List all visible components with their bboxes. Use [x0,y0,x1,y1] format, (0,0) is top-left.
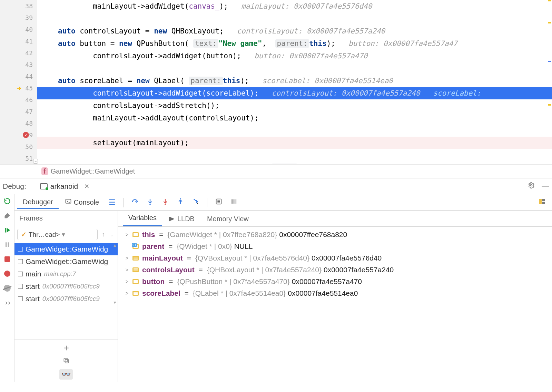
svg-rect-3 [8,242,9,247]
memory-view-tab[interactable]: Memory View [201,212,254,226]
frame-icon [18,296,23,301]
svg-rect-9 [231,199,234,204]
frames-heading: Frames [14,211,118,226]
view-breakpoints-button[interactable] [3,270,11,278]
frame-icon [18,284,23,289]
more-button[interactable]: ›› [3,298,11,307]
svg-rect-13 [542,202,545,204]
chevron-down-icon: ▾ [62,231,65,238]
evaluate-expression-button[interactable] [211,198,226,207]
copy-frame-button[interactable] [63,357,70,366]
rerun-button[interactable] [3,197,11,205]
breakpoint-icon[interactable] [23,132,29,138]
svg-rect-2 [6,242,7,247]
debugger-tab[interactable]: Debugger [17,196,59,209]
resume-button[interactable] [3,226,11,234]
svg-rect-10 [234,199,236,204]
step-over-button[interactable] [128,198,142,207]
stack-frame-item[interactable]: GameWidget::GameWidg [14,243,118,255]
stack-frame-item[interactable]: start 0x00007fff6b05fcc9 [14,280,118,293]
step-into-button[interactable] [143,198,157,207]
variable-row[interactable]: parent = {QWidget * | 0x0} NULL [122,241,548,252]
variables-tree[interactable]: >this = {GameWidget * | 0x7ffee768a820} … [118,227,552,301]
svg-rect-5 [149,204,151,205]
application-icon [40,183,48,189]
breadcrumb-bar[interactable]: f GameWidget::GameWidget [0,164,552,178]
frames-pane: Frames ✓ Thr…ead> ▾ ↑ ↓ ▲▼ GameWidget::G… [14,211,118,382]
svg-rect-6 [165,204,166,205]
variable-row[interactable]: >scoreLabel = {QLabel * | 0x7fa4e5514ea0… [122,287,548,299]
minimize-icon[interactable]: — [542,182,549,191]
pause-button[interactable] [3,241,11,249]
run-to-cursor-button[interactable] [188,198,203,207]
variable-icon [132,256,139,261]
variable-icon [132,279,139,284]
console-tab[interactable]: Console [59,196,105,209]
debug-tabs-row: Debugger Console ☰ [14,194,552,211]
modify-run-config-button[interactable] [3,212,11,220]
debug-toolwindow-header: Debug: arkanoid ✕ — [0,178,552,194]
trace-button[interactable] [227,198,241,207]
svg-rect-14 [65,360,68,363]
debug-config-name: arkanoid [50,182,78,190]
variables-pane: Variables LLDB Memory View >this = {Game… [118,211,552,382]
variable-icon [132,291,139,296]
variable-icon [132,267,139,272]
svg-rect-1 [5,228,6,232]
variables-tab[interactable]: Variables [123,210,162,226]
layout-settings-button[interactable] [535,198,549,207]
frames-scrollbar[interactable]: ▲▼ [112,243,118,305]
debug-label: Debug: [3,182,26,190]
frame-icon [18,259,23,264]
breadcrumb-kind-badge: f [41,167,48,175]
svg-rect-12 [542,199,545,201]
close-icon[interactable]: ✕ [84,183,89,190]
step-out-button[interactable] [173,198,188,207]
execution-point-icon: ➜ [17,84,21,92]
stack-frame-item[interactable]: GameWidget::GameWidg [14,255,118,268]
debug-side-toolbar: ›› [0,194,14,382]
variable-icon [132,232,139,237]
threads-icon[interactable]: ☰ [105,198,119,207]
watches-view-button[interactable]: 👓 [59,369,73,380]
thread-selector[interactable]: ✓ Thr…ead> ▾ [17,229,98,240]
mute-breakpoints-button[interactable] [3,284,11,292]
svg-rect-11 [539,199,542,204]
stack-frame-item[interactable]: main main.cpp:7 [14,268,118,280]
editor-marker-strip[interactable] [547,0,552,164]
prev-frame-button[interactable]: ↑ [100,231,106,238]
frame-icon [18,272,23,276]
lldb-tab[interactable]: LLDB [164,212,200,226]
stop-button[interactable] [3,255,11,263]
variable-row[interactable]: >mainLayout = {QVBoxLayout * | 0x7fa4e55… [122,252,548,264]
stack-frame-item[interactable]: start 0x00007fff6b05fcc9 [14,293,118,305]
play-icon [169,217,175,222]
svg-rect-4 [66,199,71,203]
editor-code-area[interactable]: mainLayout->addWidget(canvas_); mainLayo… [37,0,552,164]
variable-row[interactable]: >button = {QPushButton * | 0x7fa4e557a47… [122,276,548,287]
gear-icon[interactable] [528,182,535,191]
variable-icon [132,244,139,249]
next-frame-button[interactable]: ↓ [109,231,115,238]
svg-rect-7 [180,198,181,199]
frame-list[interactable]: ▲▼ GameWidget::GameWidgGameWidget::GameW… [14,243,118,305]
code-editor[interactable]: 3839404142434445➜464748495051 mainLayout… [0,0,552,164]
console-icon [65,198,72,207]
force-step-into-button[interactable] [158,198,172,207]
editor-gutter[interactable]: 3839404142434445➜464748495051 [0,0,37,164]
add-watch-button[interactable]: ＋ [62,342,71,354]
frame-icon [18,247,23,252]
breadcrumb-path[interactable]: GameWidget::GameWidget [51,167,135,175]
svg-rect-15 [64,358,67,362]
variable-row[interactable]: >controlsLayout = {QHBoxLayout * | 0x7fa… [122,264,548,276]
variable-row[interactable]: >this = {GameWidget * | 0x7ffee768a820} … [122,229,548,241]
debug-configuration-pill[interactable]: arkanoid ✕ [37,182,93,191]
svg-point-0 [531,184,532,186]
check-icon: ✓ [21,231,27,238]
